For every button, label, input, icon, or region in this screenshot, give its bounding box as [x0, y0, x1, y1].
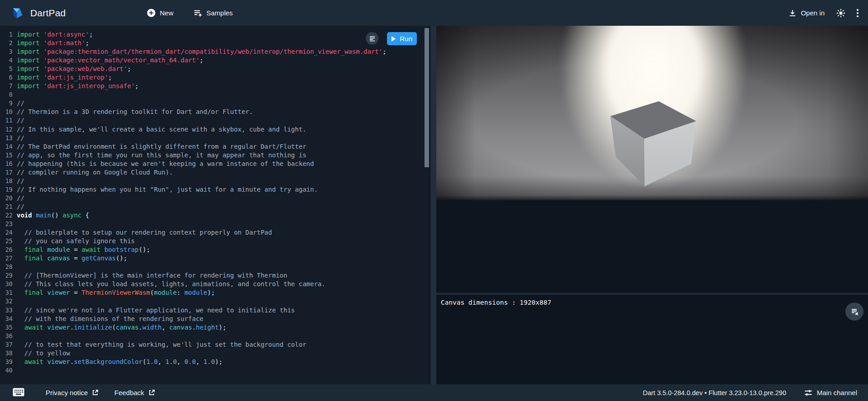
code-line[interactable]: 32: [0, 297, 429, 306]
code-line[interactable]: 11//: [0, 116, 429, 125]
code-line[interactable]: 12// In this sample, we'll create a basi…: [0, 125, 429, 134]
code-line-text: await viewer.initialize(canvas.width, ca…: [17, 324, 226, 331]
code-line[interactable]: 39 await viewer.setBackgroundColor(1.0, …: [0, 358, 429, 366]
code-line[interactable]: 21//: [0, 203, 429, 211]
code-line[interactable]: 7import 'dart:js_interop_unsafe';: [0, 82, 429, 90]
code-line[interactable]: 30 // This class lets you load assets, l…: [0, 280, 429, 288]
code-line-text: // since we're not in a Flutter applicat…: [17, 307, 295, 314]
code-line[interactable]: 29 // [ThermionViewer] is the main inter…: [0, 271, 429, 280]
line-number: 3: [0, 47, 13, 56]
cube-render: [436, 26, 868, 200]
console-divider[interactable]: [436, 293, 868, 295]
line-number: 31: [0, 288, 13, 297]
code-line[interactable]: 19// If nothing happens when you hit "Ru…: [0, 185, 429, 194]
open-in-button[interactable]: Open in: [784, 5, 829, 21]
code-line-text: //: [17, 177, 24, 184]
code-line[interactable]: 10// Thermion is a 3D rendering toolkit …: [0, 108, 429, 116]
code-line[interactable]: 3import 'package:thermion_dart/thermion_…: [0, 47, 429, 56]
code-line-text: await viewer.setBackgroundColor(1.0, 1.0…: [17, 358, 222, 365]
code-line[interactable]: 18//: [0, 177, 429, 185]
code-line[interactable]: 2import 'dart:math';: [0, 39, 429, 47]
samples-button[interactable]: Samples: [189, 5, 237, 21]
overflow-menu-button[interactable]: [853, 5, 863, 21]
code-line-text: // This class lets you load assets, ligh…: [17, 280, 326, 288]
editor-scrollbar[interactable]: [425, 28, 429, 167]
code-line[interactable]: 17// compiler running on Google Cloud Ru…: [0, 168, 429, 177]
console-output: Canvas dimensions : 868x401: [441, 299, 551, 306]
code-line-text: // Thermion is a 3D rendering toolkit fo…: [17, 108, 253, 115]
code-line-text: // to test that everything is working, w…: [17, 341, 307, 348]
code-line-text: // to yellow: [17, 349, 70, 357]
code-line-text: import 'package:web/web.dart';: [17, 65, 131, 72]
keyboard-shortcuts-button[interactable]: [12, 387, 25, 397]
line-number: 38: [0, 349, 13, 358]
panel-splitter[interactable]: [429, 26, 436, 384]
code-line-text: final canvas = getCanvas();: [17, 255, 127, 262]
line-number: 11: [0, 116, 13, 125]
download-icon: [788, 9, 797, 17]
kebab-menu-icon: [856, 9, 859, 18]
code-line[interactable]: 37 // to test that everything is working…: [0, 340, 429, 349]
code-line-text: //: [17, 134, 24, 142]
line-number: 19: [0, 185, 13, 194]
code-line-text: // you can safely ignore this: [17, 237, 135, 245]
new-button[interactable]: New: [142, 5, 178, 21]
code-line[interactable]: 40: [0, 366, 429, 375]
line-number: 35: [0, 323, 13, 332]
code-line[interactable]: 23: [0, 220, 429, 228]
code-editor[interactable]: 1import 'dart:async';2import 'dart:math'…: [0, 26, 429, 384]
line-number: 5: [0, 65, 13, 73]
play-icon: [392, 36, 396, 42]
theme-toggle-button[interactable]: [833, 5, 849, 21]
format-button[interactable]: [366, 32, 378, 45]
code-line-text: void main() async {: [17, 212, 89, 219]
code-line[interactable]: 20//: [0, 194, 429, 203]
code-line[interactable]: 22void main() async {: [0, 211, 429, 220]
line-number: 27: [0, 254, 13, 263]
code-line[interactable]: 15// app, so the first time you run this…: [0, 151, 429, 160]
code-line[interactable]: 13//: [0, 134, 429, 142]
line-number: 8: [0, 90, 13, 99]
line-number: 23: [0, 220, 13, 228]
code-line-text: import 'dart:math';: [17, 39, 89, 47]
samples-button-label: Samples: [206, 9, 232, 17]
feedback-link[interactable]: Feedback: [114, 384, 155, 401]
code-line-text: // app, so the first time you run this s…: [17, 151, 307, 159]
code-line[interactable]: 35 await viewer.initialize(canvas.width,…: [0, 323, 429, 332]
code-line-text: // happening (this is because we aren't …: [17, 160, 314, 167]
channel-selector[interactable]: Main channel: [804, 384, 857, 401]
code-line[interactable]: 6import 'dart:js_interop';: [0, 73, 429, 82]
code-line[interactable]: 34 // with the dimensions of the renderi…: [0, 315, 429, 323]
code-line[interactable]: 16// happening (this is because we aren'…: [0, 160, 429, 168]
code-line[interactable]: 5import 'package:web/web.dart';: [0, 65, 429, 73]
line-number: 14: [0, 142, 13, 151]
new-button-label: New: [160, 9, 173, 17]
code-line[interactable]: 31 final viewer = ThermionViewerWasm(mod…: [0, 288, 429, 297]
code-line[interactable]: 8: [0, 90, 429, 99]
code-line[interactable]: 24 // boilerplate to setup our rendering…: [0, 228, 429, 237]
keyboard-icon: [13, 388, 24, 396]
code-line[interactable]: 14// The DartPad environment is slightly…: [0, 142, 429, 151]
code-line-text: // with the dimensions of the rendering …: [17, 315, 203, 322]
code-line[interactable]: 28: [0, 263, 429, 271]
clear-console-button[interactable]: [845, 302, 863, 321]
line-number: 34: [0, 315, 13, 323]
line-number: 33: [0, 306, 13, 315]
line-number: 28: [0, 263, 13, 271]
line-number: 7: [0, 82, 13, 90]
line-number: 6: [0, 73, 13, 82]
code-line[interactable]: 33 // since we're not in a Flutter appli…: [0, 306, 429, 315]
code-line[interactable]: 36: [0, 332, 429, 340]
code-line[interactable]: 9//: [0, 99, 429, 108]
code-line[interactable]: 25 // you can safely ignore this: [0, 237, 429, 245]
privacy-notice-link[interactable]: Privacy notice: [46, 384, 99, 401]
code-line[interactable]: 26 final module = await bootstrap();: [0, 245, 429, 254]
code-line[interactable]: 1import 'dart:async';: [0, 30, 429, 39]
code-line[interactable]: 4import 'package:vector_math/vector_math…: [0, 56, 429, 65]
code-line-text: // [ThermionViewer] is the main interfac…: [17, 272, 287, 279]
render-canvas[interactable]: [436, 26, 868, 200]
code-line[interactable]: 38 // to yellow: [0, 349, 429, 358]
code-line[interactable]: 27 final canvas = getCanvas();: [0, 254, 429, 263]
code-line-text: // If nothing happens when you hit "Run"…: [17, 186, 318, 193]
run-button[interactable]: Run: [387, 32, 417, 45]
